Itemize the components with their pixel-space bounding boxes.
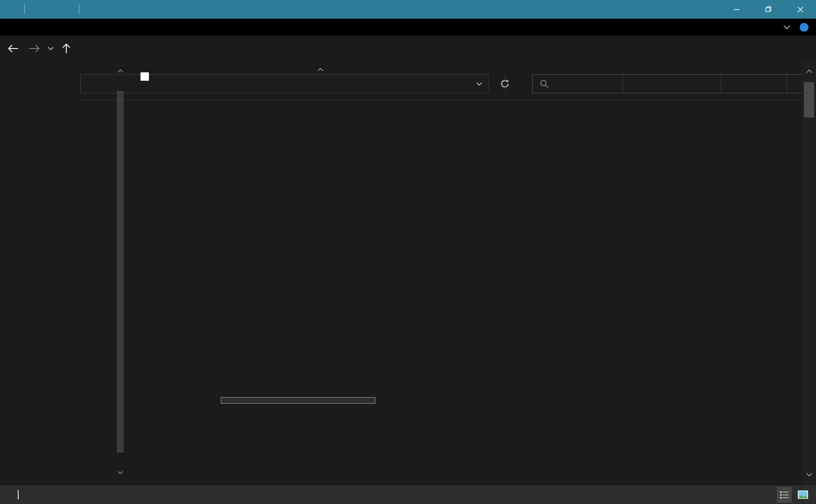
titlebar-divider xyxy=(79,5,79,14)
status-bar xyxy=(0,485,816,504)
recent-locations-chevron-icon[interactable] xyxy=(44,40,57,57)
back-button[interactable] xyxy=(5,40,21,57)
ribbon-tab-bar xyxy=(0,19,816,35)
view-toggle-buttons xyxy=(777,487,810,503)
column-divider[interactable] xyxy=(721,73,721,92)
title-bar xyxy=(0,0,816,19)
sidebar-scroll-up-icon[interactable] xyxy=(116,67,125,75)
up-button[interactable] xyxy=(58,40,75,57)
minimize-button[interactable] xyxy=(721,0,753,19)
select-all-checkbox[interactable] xyxy=(141,72,149,81)
column-divider[interactable] xyxy=(787,73,787,92)
qat-new-folder-icon[interactable] xyxy=(46,3,58,16)
close-button[interactable] xyxy=(784,0,816,19)
text-cursor xyxy=(18,490,19,499)
file-tooltip xyxy=(221,397,375,404)
sidebar-scrollbar-thumb[interactable] xyxy=(117,91,124,453)
window-controls xyxy=(721,0,816,19)
column-headers xyxy=(133,67,802,86)
ribbon-expand-chevron-icon[interactable] xyxy=(783,25,790,29)
file-explorer-window xyxy=(0,0,816,504)
navigation-pane xyxy=(0,61,127,485)
qat-properties-icon[interactable] xyxy=(31,3,43,16)
explorer-folder-icon xyxy=(6,3,18,16)
sidebar-scroll-down-icon[interactable] xyxy=(116,469,125,477)
thumbnails-view-button[interactable] xyxy=(795,487,810,503)
sort-ascending-icon xyxy=(317,68,324,71)
list-scroll-up-icon[interactable] xyxy=(805,67,813,75)
sidebar-scrollbar[interactable] xyxy=(114,64,127,485)
file-list xyxy=(133,61,802,485)
restore-button[interactable] xyxy=(753,0,784,19)
column-divider[interactable] xyxy=(505,73,506,92)
list-scrollbar-thumb[interactable] xyxy=(804,82,814,118)
details-view-button[interactable] xyxy=(777,487,792,503)
column-divider[interactable] xyxy=(623,73,623,92)
list-scrollbar[interactable] xyxy=(802,61,816,485)
titlebar-divider xyxy=(24,5,25,14)
qat-customize-chevron-icon[interactable] xyxy=(61,3,73,16)
navigation-bar xyxy=(0,35,816,61)
list-scroll-down-icon[interactable] xyxy=(805,470,813,479)
forward-button[interactable] xyxy=(26,40,43,57)
help-button[interactable] xyxy=(800,23,809,32)
main-area xyxy=(0,61,816,485)
